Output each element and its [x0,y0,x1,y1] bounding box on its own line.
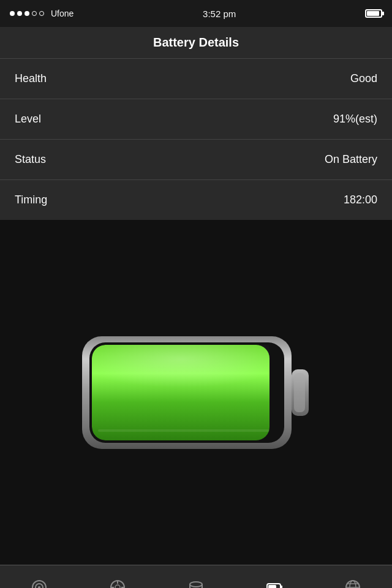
status-bar: Ufone 3:52 pm [0,0,392,27]
health-value: Good [350,72,377,85]
svg-point-17 [190,582,202,587]
health-label: Health [15,72,47,85]
timing-label: Timing [15,194,47,206]
svg-rect-20 [281,586,282,589]
svg-point-16 [115,585,120,589]
storage-icon [187,579,205,589]
battery-illustration [74,325,318,460]
status-battery-icon [365,9,382,18]
time-display: 3:52 pm [203,9,236,19]
status-label: Status [15,153,46,166]
main-content: Health Good Level 91%(est) Status On Bat… [0,59,392,565]
level-label: Level [15,113,41,126]
battery-tab-icon [266,579,283,589]
health-row: Health Good [0,59,392,99]
signal-dot-3 [24,11,29,16]
carrier-name: Ufone [51,9,74,18]
tab-battery[interactable]: Battery [235,565,314,588]
battery-info-table: Health Good Level 91%(est) Status On Bat… [0,59,392,220]
signal-dot-5 [39,11,44,16]
timing-value: 182:00 [344,194,377,206]
tab-processor[interactable]: Processor [78,565,157,588]
ram-icon [31,579,48,589]
tab-storage[interactable]: Storage [157,565,235,588]
signal-dot-4 [32,11,37,16]
tab-ram[interactable]: RAM [0,565,78,588]
level-row: Level 91%(est) [0,99,392,140]
page-title-bar: Battery Details [0,27,392,59]
svg-rect-6 [294,373,305,412]
status-battery-fill [367,11,379,16]
status-row: Status On Battery [0,140,392,180]
signal-dots [10,11,44,16]
page-title: Battery Details [0,36,392,50]
timing-row: Timing 182:00 [0,180,392,220]
status-value: On Battery [325,153,377,166]
signal-dot-2 [17,11,22,16]
svg-rect-7 [98,429,270,432]
tab-network[interactable]: Network Info [314,565,392,588]
tab-bar: RAM Processor Storage Battery [0,565,392,588]
svg-rect-19 [268,585,276,589]
svg-rect-4 [92,345,270,393]
processor-icon [109,579,126,589]
signal-dot-1 [10,11,15,16]
battery-visual-area [0,220,392,565]
network-icon [344,579,361,589]
svg-point-10 [38,586,40,589]
status-left: Ufone [10,9,74,18]
level-value: 91%(est) [333,113,377,126]
